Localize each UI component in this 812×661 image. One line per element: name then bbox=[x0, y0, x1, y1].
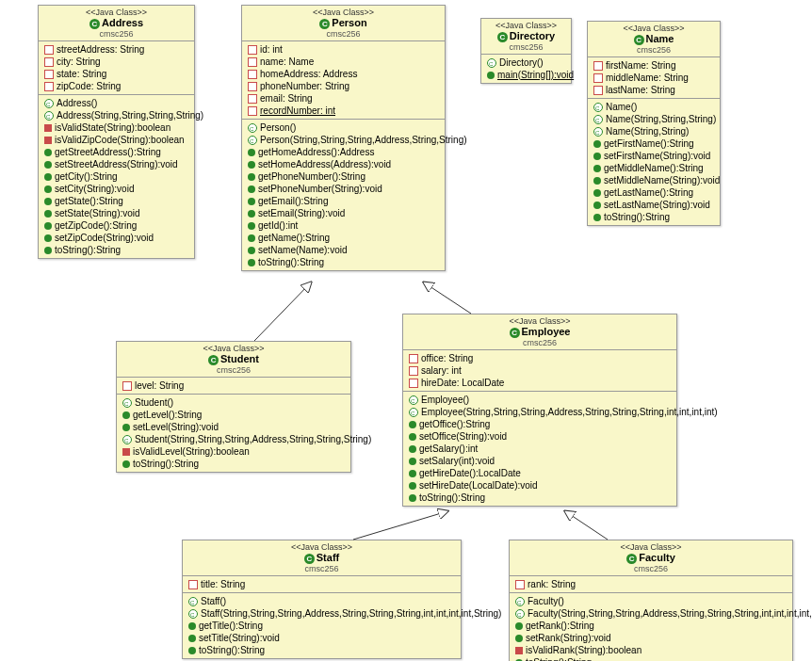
member-row: lastName: String bbox=[592, 84, 716, 96]
class-name-student: CStudent bbox=[122, 353, 345, 365]
member-signature: setCity(String):void bbox=[55, 184, 134, 194]
member-signature: getPhoneNumber():String bbox=[258, 171, 365, 182]
visibility-icon bbox=[593, 140, 601, 148]
fields-section: rank: String bbox=[510, 576, 792, 593]
svg-line-2 bbox=[353, 511, 447, 540]
stereotype: <<Java Class>> bbox=[122, 344, 345, 353]
visibility-icon bbox=[248, 82, 257, 91]
visibility-icon bbox=[409, 470, 416, 477]
member-row: id: int bbox=[246, 43, 441, 56]
member-row: phoneNumber: String bbox=[246, 80, 441, 92]
member-row: getFirstName():String bbox=[592, 137, 716, 150]
visibility-icon bbox=[248, 247, 255, 254]
package: cmsc256 bbox=[515, 564, 787, 573]
member-signature: streetAddress: String bbox=[57, 44, 144, 55]
class-icon: C bbox=[497, 32, 508, 42]
visibility-icon bbox=[593, 115, 603, 124]
member-signature: isValidLevel(String):boolean bbox=[133, 446, 250, 457]
member-row: Name(String,String,String) bbox=[592, 113, 716, 125]
member-row: setLevel(String):void bbox=[121, 421, 347, 433]
package: cmsc256 bbox=[409, 338, 671, 347]
visibility-icon bbox=[188, 609, 198, 619]
stereotype: <<Java Class>> bbox=[409, 316, 671, 326]
visibility-icon bbox=[122, 460, 130, 468]
fields-section: level: String bbox=[117, 378, 350, 395]
visibility-icon bbox=[44, 124, 52, 132]
member-signature: getCity():String bbox=[55, 171, 118, 182]
member-signature: rank: String bbox=[528, 579, 576, 589]
member-row: setFirstName(String):void bbox=[592, 150, 716, 162]
methods-section: Student()getLevel():StringsetLevel(Strin… bbox=[117, 395, 350, 472]
member-row: setOffice(String):void bbox=[407, 430, 673, 443]
visibility-icon bbox=[44, 234, 52, 242]
member-signature: Directory() bbox=[499, 57, 544, 68]
member-signature: recordNumber: int bbox=[260, 105, 335, 116]
member-row: setPhoneNumber(String):void bbox=[246, 183, 441, 195]
member-signature: setRank(String):void bbox=[526, 633, 611, 643]
svg-line-3 bbox=[565, 511, 608, 540]
member-signature: toString():String bbox=[604, 212, 670, 222]
member-row: setEmail(String):void bbox=[246, 207, 441, 219]
package: cmsc256 bbox=[487, 42, 565, 52]
member-row: setState(String):void bbox=[42, 207, 190, 219]
member-signature: hireDate: LocalDate bbox=[421, 378, 504, 388]
visibility-icon bbox=[122, 435, 132, 444]
member-signature: main(String[]):void bbox=[497, 70, 574, 80]
member-row: Student() bbox=[121, 396, 347, 409]
package: cmsc256 bbox=[248, 29, 439, 39]
member-signature: Student() bbox=[135, 397, 173, 408]
member-signature: getRank():String bbox=[526, 621, 594, 631]
fields-section: firstName: StringmiddleName: StringlastN… bbox=[588, 57, 720, 99]
member-signature: getState():String bbox=[55, 196, 123, 206]
class-header: <<Java Class>> CDirectory cmsc256 bbox=[481, 19, 571, 55]
member-signature: Faculty() bbox=[528, 596, 564, 606]
member-signature: Name(String,String,String) bbox=[606, 114, 716, 124]
member-row: Staff(String,String,String,Address,Strin… bbox=[187, 607, 457, 620]
member-row: Faculty() bbox=[513, 595, 788, 607]
member-signature: isValidState(String):boolean bbox=[55, 122, 171, 133]
class-icon: C bbox=[510, 328, 520, 338]
member-signature: toString():String bbox=[419, 492, 485, 503]
visibility-icon bbox=[593, 177, 601, 185]
member-row: title: String bbox=[187, 578, 457, 590]
class-student: <<Java Class>> CStudent cmsc256 level: S… bbox=[116, 341, 351, 473]
visibility-icon bbox=[248, 222, 255, 230]
member-signature: office: String bbox=[421, 353, 473, 363]
class-name-staff: CStaff bbox=[188, 552, 455, 564]
methods-section: Name()Name(String,String,String)Name(Str… bbox=[588, 99, 720, 225]
member-signature: setHireDate(LocalDate):void bbox=[419, 480, 538, 491]
member-row: Address() bbox=[42, 97, 190, 109]
member-signature: Faculty(String,String,String,Address,Str… bbox=[528, 608, 812, 619]
member-row: getName():String bbox=[246, 232, 441, 244]
visibility-icon bbox=[248, 70, 257, 79]
member-row: setMiddleName(String):void bbox=[592, 174, 716, 186]
member-row: isValidState(String):boolean bbox=[42, 121, 190, 134]
member-signature: level: String bbox=[135, 380, 184, 391]
visibility-icon bbox=[593, 153, 601, 160]
member-signature: Name() bbox=[606, 102, 637, 112]
fields-section: id: intname: NamehomeAddress: Addresspho… bbox=[242, 41, 445, 120]
visibility-icon bbox=[409, 458, 416, 465]
member-row: main(String[]):void bbox=[485, 69, 567, 81]
class-name-employee: CEmployee bbox=[409, 326, 671, 338]
member-signature: getName():String bbox=[258, 233, 330, 243]
member-row: office: String bbox=[407, 352, 673, 364]
visibility-icon bbox=[188, 580, 198, 589]
member-signature: Employee(String,String,String,Address,St… bbox=[421, 407, 718, 417]
visibility-icon bbox=[44, 210, 52, 218]
member-row: Staff() bbox=[187, 595, 457, 607]
visibility-icon bbox=[248, 45, 257, 55]
class-name-directory: CDirectory bbox=[487, 30, 565, 42]
class-name-faculty: CFaculty bbox=[515, 552, 787, 564]
visibility-icon bbox=[593, 214, 601, 221]
class-faculty: <<Java Class>> CFaculty cmsc256 rank: St… bbox=[509, 540, 793, 661]
visibility-icon bbox=[44, 222, 52, 230]
member-row: email: String bbox=[246, 92, 441, 105]
class-header: <<Java Class>> CStudent cmsc256 bbox=[117, 342, 350, 378]
member-row: toString():String bbox=[513, 656, 788, 661]
member-signature: lastName: String bbox=[606, 85, 675, 95]
fields-section: title: String bbox=[183, 576, 461, 593]
class-header: <<Java Class>> CAddress cmsc256 bbox=[39, 6, 194, 41]
class-name-address: CAddress bbox=[44, 17, 188, 29]
member-row: Employee() bbox=[407, 394, 673, 406]
